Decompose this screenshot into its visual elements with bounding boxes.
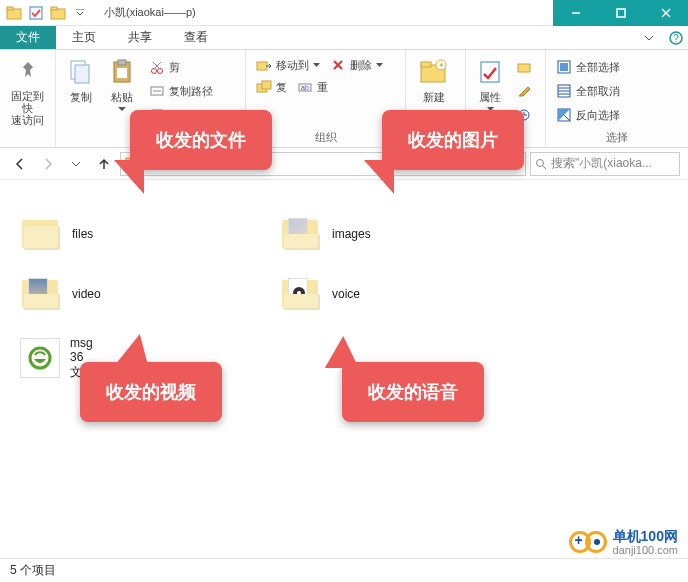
close-button[interactable] [643, 0, 688, 26]
paste-button[interactable]: 粘贴 [104, 54, 142, 112]
properties-button[interactable]: 属性 [472, 54, 508, 111]
select-all-icon [556, 59, 572, 75]
chevron-down-icon [118, 107, 126, 112]
help-button[interactable]: ? [664, 26, 688, 49]
title-bar: 小凯(xiaokai——p) [0, 0, 688, 26]
properties-icon[interactable] [26, 3, 46, 23]
path-icon [149, 83, 165, 99]
qat-dropdown-icon[interactable] [70, 3, 90, 23]
svg-point-46 [537, 159, 544, 166]
svg-rect-38 [560, 63, 568, 71]
chevron-down-icon [313, 63, 320, 67]
svg-text:?: ? [673, 33, 679, 44]
search-icon [535, 158, 547, 170]
rename-button[interactable]: ab 重 [293, 76, 332, 98]
folder-icon-2[interactable] [48, 3, 68, 23]
recent-dropdown[interactable] [64, 152, 88, 176]
invert-selection-button[interactable]: 反向选择 [552, 104, 624, 126]
copy-button[interactable]: 复制 [62, 54, 100, 105]
folder-video[interactable]: video [20, 276, 101, 312]
quick-access-toolbar [0, 3, 90, 23]
delete-button[interactable]: 删除 [326, 54, 387, 76]
tab-share[interactable]: 共享 [112, 26, 168, 49]
copy-path-button[interactable]: 复制路径 [145, 80, 239, 102]
folder-icon [20, 216, 62, 252]
delete-icon [330, 57, 346, 73]
svg-text:✦: ✦ [438, 61, 445, 70]
open-button[interactable] [512, 56, 536, 78]
ribbon-collapse-button[interactable] [634, 26, 664, 49]
new-folder-button[interactable]: ✦ 新建 [412, 54, 456, 105]
organize-group-label: 组织 [252, 128, 399, 145]
callout-files: 收发的文件 [130, 110, 272, 170]
cut-button[interactable]: 剪 [145, 56, 239, 78]
invert-icon [556, 107, 572, 123]
folder-icon[interactable] [4, 3, 24, 23]
folder-voice[interactable]: voice [280, 276, 360, 312]
scissors-icon [149, 59, 165, 75]
open-icon [516, 59, 532, 75]
folder-files[interactable]: files [20, 216, 93, 252]
folder-icon [280, 216, 322, 252]
svg-text:ab: ab [301, 84, 309, 91]
select-all-button[interactable]: 全部选择 [552, 56, 624, 78]
edit-icon [516, 83, 532, 99]
minimize-button[interactable] [553, 0, 598, 26]
folder-icon [280, 276, 322, 312]
svg-rect-1 [7, 7, 13, 10]
search-box[interactable]: 搜索"小凯(xiaoka... [530, 152, 680, 176]
svg-rect-35 [518, 64, 530, 72]
svg-rect-34 [481, 62, 499, 82]
maximize-button[interactable] [598, 0, 643, 26]
svg-rect-27 [262, 81, 271, 89]
rename-icon: ab [297, 79, 313, 95]
copy-icon [65, 56, 97, 88]
chevron-down-icon [376, 63, 383, 67]
select-none-button[interactable]: 全部取消 [552, 80, 624, 102]
status-bar: 5 个项目 [0, 558, 688, 582]
group-select: 全部选择 全部取消 反向选择 选择 [546, 50, 688, 147]
folder-icon [20, 276, 62, 312]
up-button[interactable] [92, 152, 116, 176]
select-group-label: 选择 [552, 128, 682, 145]
folder-images[interactable]: images [280, 216, 371, 252]
file-icon [20, 338, 60, 378]
window-title: 小凯(xiaokai——p) [104, 5, 196, 20]
tab-view[interactable]: 查看 [168, 26, 224, 49]
svg-rect-31 [421, 62, 431, 67]
edit-button[interactable] [512, 80, 536, 102]
svg-line-18 [154, 62, 161, 69]
svg-rect-14 [118, 60, 126, 65]
pin-icon [12, 56, 44, 88]
tab-home[interactable]: 主页 [56, 26, 112, 49]
svg-rect-23 [257, 62, 267, 70]
back-button[interactable] [8, 152, 32, 176]
window-controls [553, 0, 688, 26]
move-icon [256, 57, 272, 73]
svg-rect-2 [30, 7, 42, 19]
new-folder-icon: ✦ [418, 56, 450, 88]
svg-rect-15 [117, 68, 127, 78]
select-none-icon [556, 83, 572, 99]
svg-point-17 [158, 69, 163, 74]
callout-video: 收发的视频 [80, 362, 222, 422]
properties-icon [474, 56, 506, 88]
item-count: 5 个项目 [10, 562, 56, 579]
svg-point-50 [30, 348, 50, 368]
callout-images: 收发的图片 [382, 110, 524, 170]
copy-to-button[interactable]: 复 [252, 76, 291, 98]
group-pin: 固定到快 速访问 [0, 50, 56, 147]
watermark: + 单机100网 danji100.com [569, 528, 678, 556]
ribbon-tabs: 文件 主页 共享 查看 ? [0, 26, 688, 50]
ribbon: 固定到快 速访问 复制 粘贴 剪 复制路径 [0, 50, 688, 148]
pin-to-quick-access-button[interactable]: 固定到快 速访问 [6, 54, 49, 126]
tab-file[interactable]: 文件 [0, 26, 56, 49]
svg-line-47 [543, 166, 546, 169]
svg-rect-6 [617, 9, 625, 17]
move-to-button[interactable]: 移动到 [252, 54, 324, 76]
paste-icon [106, 56, 138, 88]
svg-line-19 [153, 62, 160, 69]
callout-voice: 收发的语音 [342, 362, 484, 422]
navigation-bar: › 小凯 (xiaokai—— v 搜索"小凯(xiaoka... [0, 148, 688, 180]
forward-button[interactable] [36, 152, 60, 176]
